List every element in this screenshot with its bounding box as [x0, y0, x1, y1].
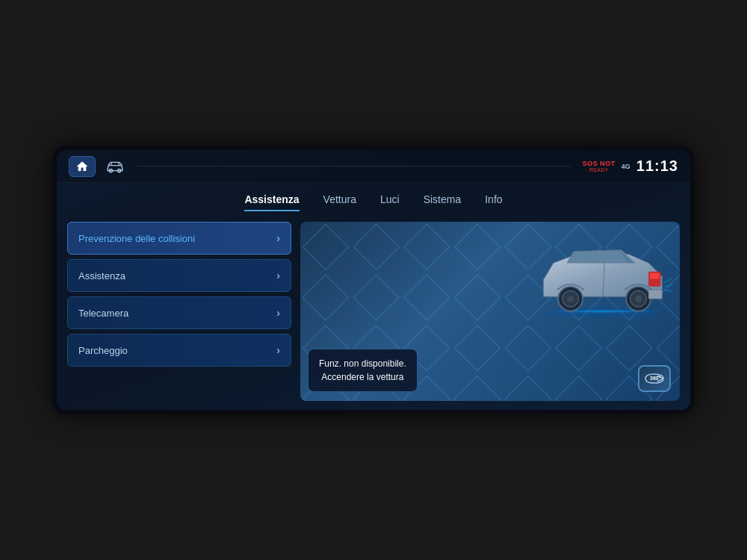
svg-point-15	[635, 296, 642, 302]
screen-content: SOS NOT READY 4G 11:13 Assistenza Vettur…	[57, 150, 690, 410]
notification-text: Funz. non disponibile. Accendere la vett…	[319, 357, 406, 384]
tab-info[interactable]: Info	[485, 193, 502, 211]
svg-rect-9	[650, 273, 660, 279]
home-icon	[75, 160, 89, 173]
chevron-icon-parcheggio: ›	[276, 344, 280, 356]
left-menu: Prevenzione delle collisioni › Assistenz…	[67, 222, 291, 401]
car-tab-button[interactable]	[105, 159, 125, 174]
home-button[interactable]	[69, 156, 96, 177]
car-tab-icon	[105, 159, 125, 174]
chevron-icon-collisions: ›	[276, 232, 280, 244]
network-badge: 4G	[622, 163, 630, 170]
right-panel: Funz. non disponibile. Accendere la vett…	[300, 222, 680, 401]
notification-box: Funz. non disponibile. Accendere la vett…	[308, 349, 418, 392]
car-illustration	[523, 225, 672, 320]
tab-vettura[interactable]: Vettura	[323, 193, 356, 211]
menu-item-assistenza-label: Assistenza	[78, 270, 125, 281]
menu-item-parcheggio[interactable]: Parcheggio ›	[67, 334, 291, 367]
top-bar: SOS NOT READY 4G 11:13	[57, 150, 690, 183]
tab-assistenza[interactable]: Assistenza	[244, 193, 299, 211]
chevron-icon-assistenza: ›	[276, 270, 280, 281]
car-image-container	[523, 225, 672, 323]
sos-text: SOS NOT	[583, 161, 616, 167]
sos-badge: SOS NOT READY	[583, 161, 616, 172]
menu-item-assistenza[interactable]: Assistenza ›	[67, 259, 291, 292]
infotainment-screen: SOS NOT READY 4G 11:13 Assistenza Vettur…	[52, 146, 695, 414]
status-area: SOS NOT READY 4G 11:13	[583, 158, 678, 175]
svg-line-18	[664, 290, 672, 293]
chevron-icon-telecamera: ›	[276, 307, 280, 319]
nav-tabs: Assistenza Vettura Luci Sistema Info	[57, 183, 690, 214]
svg-rect-6	[560, 312, 648, 313]
top-bar-divider	[137, 166, 571, 167]
menu-item-telecamera-label: Telecamera	[78, 308, 128, 319]
clock-display: 11:13	[636, 158, 678, 175]
svg-point-12	[567, 296, 574, 302]
tab-luci[interactable]: Luci	[380, 193, 400, 211]
tab-sistema[interactable]: Sistema	[424, 193, 462, 211]
menu-item-telecamera[interactable]: Telecamera ›	[67, 296, 291, 329]
menu-item-collisions[interactable]: Prevenzione delle collisioni ›	[67, 222, 291, 255]
svg-line-16	[664, 273, 672, 284]
svg-line-17	[664, 283, 672, 287]
sos-status-text: READY	[589, 167, 609, 172]
menu-item-collisions-label: Prevenzione delle collisioni	[78, 233, 195, 244]
btn-360[interactable]: 360°	[638, 365, 671, 392]
svg-text:360°: 360°	[650, 376, 661, 381]
menu-item-parcheggio-label: Parcheggio	[78, 345, 128, 356]
main-content: Prevenzione delle collisioni › Assistenz…	[57, 214, 690, 410]
car-360-icon: 360°	[642, 370, 666, 388]
